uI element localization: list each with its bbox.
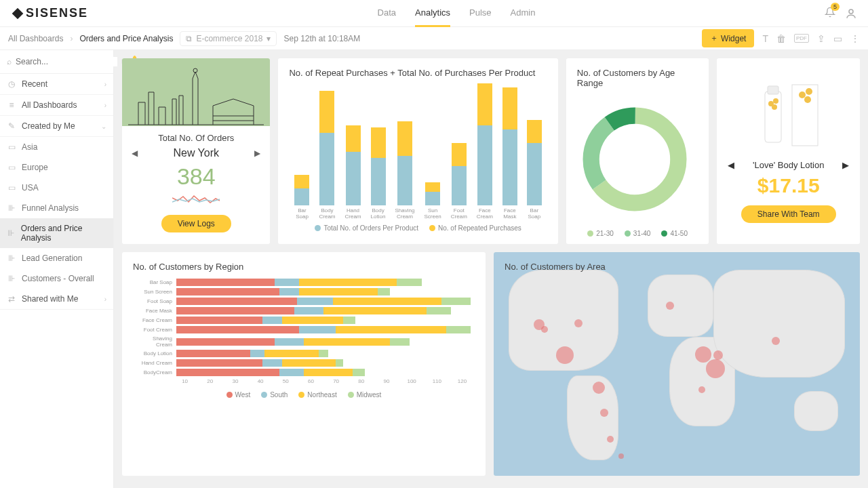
legend-northeast: Northeast [298,391,336,399]
card-title: No. of Customers by Area [505,262,606,272]
region-hbar-chart: Bar SoapSun ScreenFoot SoapFace MaskFace… [133,279,475,376]
user-icon: ✎ [7,121,16,131]
text-icon[interactable]: T [762,33,768,44]
label: Created by Me [22,121,75,131]
user-icon[interactable] [845,7,857,20]
card-title: No. of Repeat Purchases + Total No. of P… [289,68,547,78]
svg-rect-9 [765,92,781,142]
sidebar-item-lead-generation[interactable]: ⊪Lead Generation [0,248,113,268]
product-name: 'Love' Body Lotion [753,160,824,170]
sidebar-all[interactable]: ≡All Dashboards› [0,95,113,116]
legend-repeat: No. of Repeated Purchases [429,224,521,232]
trash-icon[interactable]: 🗑 [776,33,786,44]
chart-icon: ⊪ [7,203,16,213]
notifications-icon[interactable]: 5 [825,7,835,20]
pdf-icon[interactable]: PDF [794,34,809,43]
label: Europe [22,163,48,172]
legend-total: Total No. of Orders Per Product [315,224,418,232]
search-input[interactable] [16,57,117,66]
nav-pulse[interactable]: Pulse [469,0,492,27]
prev-city-button[interactable]: ◀ [132,148,138,158]
label: USA [22,183,39,192]
label: Shared with Me [22,294,78,304]
sidebar-item-europe[interactable]: ▭Europe [0,157,113,178]
breadcrumb-root[interactable]: All Dashboards [8,34,63,43]
add-widget-button[interactable]: ＋ Widget [702,29,754,47]
sidebar-item-asia[interactable]: ▭Asia [0,137,113,157]
more-icon[interactable]: ⋮ [850,33,860,44]
world-map[interactable] [494,252,860,476]
product-image [728,68,849,156]
donut-chart [577,102,692,217]
bar-chart: BarSoapBodyCreamHandCreamBodyLotionShavi… [289,85,547,220]
next-city-button[interactable]: ▶ [254,148,260,158]
label: Asia [22,142,37,152]
svg-point-0 [849,9,853,14]
card-region: No. of Customers by Region Bar SoapSun S… [122,252,486,476]
sidebar-created[interactable]: ✎Created by Me⌄ [0,116,113,137]
sidebar-item-funnel-analysis[interactable]: ⊪Funnel Analysis [0,198,113,218]
sidebar-item-customers---overall[interactable]: ⊪Customers - Overall [0,268,113,289]
card-product: ◀ 'Love' Body Lotion ▶ $17.15 Share With… [717,58,860,244]
notif-badge: 5 [831,3,840,11]
label: Customers - Overall [22,274,94,283]
sidebar-shared[interactable]: ⇄Shared with Me› [0,289,113,310]
view-logs-button[interactable]: View Logs [161,215,231,232]
folder-icon: ▭ [7,142,16,152]
legend-south: South [261,391,288,399]
prev-product-button[interactable]: ◀ [728,160,734,170]
svg-point-6 [799,92,806,98]
label: Recent [22,79,47,89]
svg-point-8 [804,96,811,103]
sidebar-item-usa[interactable]: ▭USA [0,178,113,198]
logo: SISENSE [11,6,88,20]
card-total-orders: Total No. Of Orders ◀ New York ▶ 384 Vie… [122,58,270,244]
svg-point-7 [806,88,812,95]
svg-point-4 [591,116,678,203]
svg-point-13 [772,104,777,110]
share-team-button[interactable]: Share With Team [741,205,836,223]
sidebar-recent[interactable]: ◷Recent› [0,74,113,95]
widget-btn-label: Widget [721,34,746,43]
next-product-button[interactable]: ▶ [842,160,849,170]
card-area-map: No. of Customers by Area [494,252,860,476]
label: Funnel Analysis [22,203,79,213]
skyline-image [122,58,270,126]
filter-pill[interactable]: ⧉ E-commerce 2018 ▾ [180,31,277,46]
svg-point-12 [773,98,778,104]
share-icon: ⇄ [7,294,16,304]
product-price: $17.15 [728,174,849,197]
chart-icon: ⊪ [7,253,16,263]
legend-midwest: Midwest [348,391,382,399]
legend-41-50: 41-50 [661,230,688,237]
clock-icon: ◷ [7,79,16,89]
search-icon: ⌕ [7,57,12,66]
chevron-right-icon: › [70,34,73,43]
label: Orders and Price Analysis [21,224,106,243]
label: Lead Generation [22,253,82,263]
nav-analytics[interactable]: Analytics [415,0,450,27]
card-title: No. of Customers by Age Range [577,68,698,88]
svg-rect-10 [768,86,778,94]
sidebar: ⌕ ✉ + ⋮ ◷Recent› ≡All Dashboards› ✎Creat… [0,50,114,488]
city-name: New York [173,147,219,159]
sidebar-item-orders-and-price-analysis[interactable]: ⊪Orders and Price Analysis [0,218,113,248]
card-purchases-bar: No. of Repeat Purchases + Total No. of P… [278,58,557,244]
top-nav: Data Analytics Pulse Admin [378,0,536,27]
list-icon: ≡ [7,100,16,110]
legend-21-30: 21-30 [587,230,614,237]
card-title: No. of Customers by Region [133,262,475,272]
legend-31-40: 31-40 [625,230,651,237]
orders-value: 384 [132,163,260,190]
fullscreen-icon[interactable]: ▭ [833,33,842,44]
breadcrumb-current[interactable]: Orders and Price Analysis [79,34,173,43]
folder-icon: ▭ [7,163,16,172]
legend-west: West [226,391,251,399]
nav-admin[interactable]: Admin [511,0,536,27]
card-age-donut: No. of Customers by Age Range 21-30 31-4… [566,58,709,244]
card-title: Total No. Of Orders [132,133,260,143]
label: All Dashboards [22,100,77,110]
nav-data[interactable]: Data [378,0,396,27]
share-icon[interactable]: ⇪ [817,33,825,44]
folder-icon: ▭ [7,183,16,192]
